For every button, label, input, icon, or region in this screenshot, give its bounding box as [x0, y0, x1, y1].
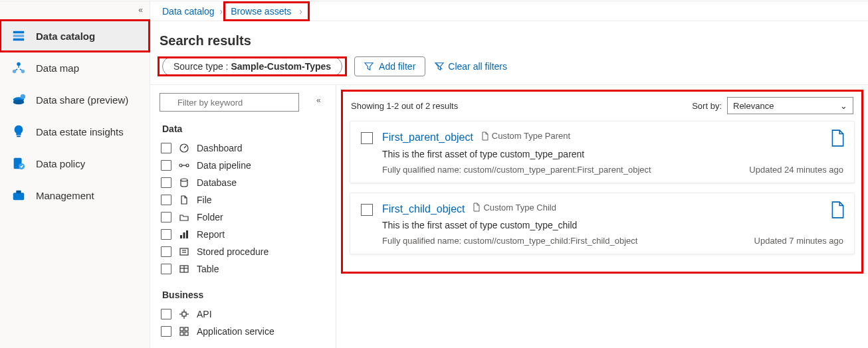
checkbox[interactable]: [161, 143, 171, 153]
chevron-down-icon: ⌄: [840, 101, 847, 111]
filter-opt-report[interactable]: Report: [160, 226, 336, 243]
sort-value: Relevance: [733, 101, 774, 111]
result-desc: This is the first asset of type custom_t…: [382, 149, 843, 159]
svg-rect-0: [13, 31, 25, 34]
result-card[interactable]: First_child_object Custom Type Child Thi…: [350, 193, 855, 255]
svg-rect-35: [185, 327, 188, 331]
checkbox[interactable]: [361, 132, 373, 144]
sidebar-item-management[interactable]: Management: [0, 179, 150, 211]
svg-point-16: [179, 164, 182, 167]
folder-icon: [178, 211, 190, 223]
result-card[interactable]: First_parent_object Custom Type Parent T…: [350, 121, 855, 183]
gauge-icon: [178, 142, 190, 154]
filter-opt-sproc[interactable]: Stored procedure: [160, 243, 336, 260]
filter-opt-file[interactable]: File: [160, 191, 336, 209]
svg-rect-20: [180, 235, 182, 238]
filter-opt-appservice[interactable]: Application service: [160, 323, 336, 340]
policy-icon: [11, 155, 27, 171]
sidebar-item-label: Data catalog: [36, 31, 95, 42]
result-updated: Updated 7 minutes ago: [754, 236, 843, 246]
file-icon: [178, 194, 190, 206]
checkbox[interactable]: [161, 309, 171, 319]
result-desc: This is the first asset of type custom_t…: [382, 220, 843, 230]
filter-opt-label: File: [197, 195, 212, 205]
table-icon: [178, 263, 190, 275]
result-title-link[interactable]: First_parent_object: [382, 131, 473, 143]
checkbox[interactable]: [161, 212, 171, 222]
result-type: Custom Type Child: [473, 203, 556, 213]
sidebar-item-label: Data share (preview): [36, 94, 128, 106]
filter-opt-pipeline[interactable]: Data pipeline: [160, 157, 336, 174]
sort-select[interactable]: Relevance ⌄: [727, 97, 853, 114]
lightbulb-icon: [11, 124, 27, 139]
results-count: Showing 1-2 out of 2 results: [351, 101, 458, 111]
checkbox[interactable]: [161, 177, 171, 188]
filter-opt-table[interactable]: Table: [160, 260, 336, 278]
filter-opt-label: Stored procedure: [197, 246, 269, 257]
add-filter-label: Add filter: [379, 61, 415, 72]
collapse-sidebar-icon[interactable]: «: [138, 5, 143, 15]
chevron-right-icon: ›: [299, 6, 302, 17]
svg-rect-29: [182, 312, 186, 316]
document-icon: [830, 201, 845, 220]
doc-small-icon: [481, 131, 489, 141]
filter-panel: « Data Dashboard Data pipeline Database …: [150, 85, 336, 348]
filter-group-data: Data: [162, 124, 336, 134]
filter-opt-database[interactable]: Database: [160, 174, 336, 191]
filter-opt-folder[interactable]: Folder: [160, 209, 336, 226]
svg-rect-37: [185, 332, 188, 335]
checkbox[interactable]: [161, 195, 171, 205]
filter-opt-api[interactable]: API: [160, 305, 336, 323]
checkbox[interactable]: [161, 246, 171, 257]
chip-label: Source type :: [173, 61, 231, 72]
breadcrumb-root[interactable]: Data catalog: [160, 5, 217, 18]
results-container: Showing 1-2 out of 2 results Sort by: Re…: [343, 92, 861, 272]
checkbox[interactable]: [161, 326, 171, 337]
appservice-icon: [178, 325, 190, 337]
result-title-link[interactable]: First_child_object: [382, 203, 465, 214]
breadcrumb: Data catalog › Browse assets ›: [150, 1, 868, 21]
filter-icon: [364, 62, 374, 71]
sidebar-item-label: Data estate insights: [36, 126, 124, 137]
add-filter-button[interactable]: Add filter: [354, 56, 425, 76]
document-icon: [830, 130, 845, 149]
sidebar-item-data-catalog[interactable]: Data catalog: [0, 20, 150, 52]
breadcrumb-current[interactable]: Browse assets: [228, 5, 294, 18]
filter-opt-dashboard[interactable]: Dashboard: [160, 139, 336, 157]
checkbox[interactable]: [161, 264, 171, 274]
filter-chip-source-type[interactable]: Source type : Sample-Custom-Types: [162, 56, 342, 76]
filter-opt-label: Table: [197, 264, 219, 274]
database-icon: [178, 177, 190, 189]
filter-opt-label: Folder: [197, 212, 223, 222]
svg-point-3: [17, 62, 21, 66]
sidebar-item-data-map[interactable]: Data map: [0, 52, 150, 84]
svg-rect-2: [13, 39, 25, 41]
svg-line-14: [437, 64, 443, 70]
svg-rect-12: [13, 193, 25, 200]
clear-filter-icon: [435, 62, 444, 71]
filter-opt-label: API: [197, 309, 212, 319]
sproc-icon: [178, 246, 190, 258]
checkbox[interactable]: [161, 160, 171, 171]
sidebar-item-insights[interactable]: Data estate insights: [0, 116, 150, 147]
clear-filters-button[interactable]: Clear all filters: [435, 61, 507, 72]
api-icon: [178, 308, 190, 320]
filter-keyword-input[interactable]: [160, 93, 299, 112]
filter-opt-label: Dashboard: [197, 143, 243, 153]
sort-label: Sort by:: [692, 101, 722, 111]
toolbox-icon: [11, 187, 27, 203]
doc-small-icon: [473, 203, 481, 212]
checkbox[interactable]: [361, 204, 373, 216]
pipeline-icon: [178, 159, 190, 171]
sidebar-item-data-share[interactable]: Data share (preview): [0, 84, 150, 116]
checkbox[interactable]: [161, 229, 171, 240]
chevron-right-icon: ›: [220, 6, 223, 17]
sidebar-item-label: Management: [36, 190, 94, 201]
filter-group-business: Business: [162, 290, 336, 300]
collapse-filter-icon[interactable]: «: [316, 96, 321, 105]
svg-rect-36: [180, 332, 183, 335]
result-updated: Updated 24 minutes ago: [749, 165, 843, 175]
sidebar-item-data-policy[interactable]: Data policy: [0, 147, 150, 179]
catalog-icon: [11, 28, 27, 44]
svg-point-8: [21, 94, 25, 99]
